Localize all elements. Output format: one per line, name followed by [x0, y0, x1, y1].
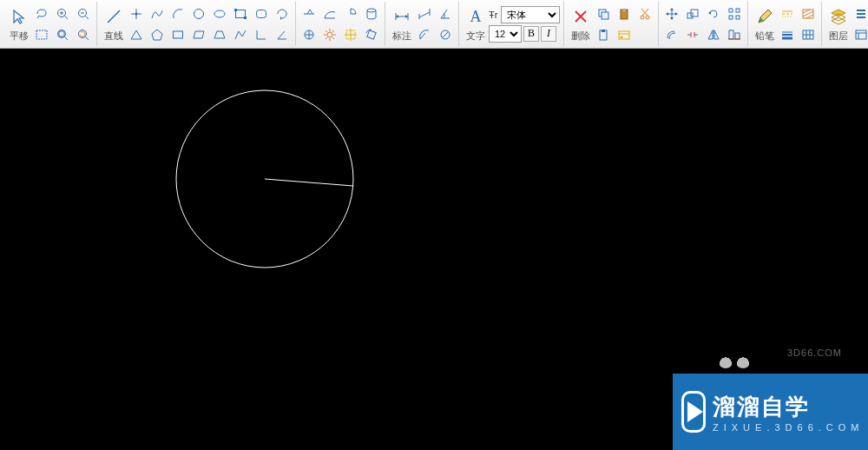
triangle-icon[interactable]: [127, 25, 146, 44]
pencil-icon[interactable]: [753, 5, 776, 28]
svg-rect-92: [729, 9, 733, 12]
angle-line-icon[interactable]: [273, 25, 292, 44]
svg-rect-93: [736, 9, 740, 12]
refresh-zoom-icon[interactable]: [74, 25, 93, 44]
mirror-icon[interactable]: [704, 25, 723, 44]
line-tool-icon[interactable]: [102, 5, 125, 28]
svg-rect-22: [257, 10, 266, 17]
props-icon[interactable]: [615, 25, 634, 44]
trapezoid-icon[interactable]: [210, 25, 229, 44]
paste-icon[interactable]: [615, 4, 634, 23]
zoom-in-icon[interactable]: [53, 4, 72, 23]
delete-icon[interactable]: [569, 5, 592, 28]
play-icon: [681, 391, 706, 433]
brand-badge: 溜溜自学 ZIXUE.3D66.COM: [673, 374, 868, 450]
svg-line-110: [803, 10, 810, 13]
parallelogram-icon[interactable]: [189, 25, 208, 44]
italic-button[interactable]: I: [541, 26, 556, 42]
rect-sel-icon[interactable]: [231, 4, 250, 23]
group-transform: [659, 2, 748, 46]
pointer-icon[interactable]: [8, 5, 30, 28]
svg-point-74: [641, 16, 644, 19]
layer-list-icon[interactable]: [852, 4, 868, 23]
svg-rect-103: [729, 30, 733, 39]
svg-rect-95: [736, 16, 740, 19]
svg-marker-100: [708, 30, 713, 39]
rotate-icon[interactable]: [704, 4, 723, 23]
bezier-icon[interactable]: [148, 4, 167, 23]
group-layer: 图层: [822, 2, 868, 46]
copy-icon[interactable]: [594, 4, 613, 23]
perp-icon[interactable]: [299, 4, 319, 23]
svg-marker-101: [714, 30, 719, 39]
scale-icon[interactable]: [683, 4, 702, 23]
font-size-select[interactable]: 12: [489, 25, 522, 43]
svg-point-18: [214, 10, 225, 17]
svg-line-48: [326, 37, 327, 39]
cylinder-icon[interactable]: [362, 4, 381, 23]
zoom-out-icon[interactable]: [74, 4, 93, 23]
svg-marker-24: [131, 30, 141, 39]
offset-icon[interactable]: [662, 25, 681, 44]
dim-align-icon[interactable]: [415, 4, 434, 23]
svg-line-10: [65, 36, 69, 40]
line-style-icon[interactable]: [778, 4, 797, 23]
svg-rect-104: [735, 33, 740, 39]
svg-point-75: [646, 16, 649, 19]
svg-line-76: [642, 9, 648, 16]
rounded-rect-icon[interactable]: [252, 4, 271, 23]
tangent-arc-icon[interactable]: [320, 4, 339, 23]
axis-icon[interactable]: [127, 4, 146, 23]
circle-icon[interactable]: [189, 4, 208, 23]
line-weight-icon[interactable]: [778, 25, 797, 44]
group-edit: 删除: [564, 2, 659, 46]
svg-rect-19: [236, 10, 246, 17]
font-select[interactable]: 宋体: [501, 6, 560, 23]
move-icon[interactable]: [662, 4, 681, 23]
align-icon[interactable]: [725, 25, 744, 44]
group-pencil: 铅笔: [748, 2, 822, 46]
arc-cw-icon[interactable]: [273, 4, 292, 23]
lasso-icon[interactable]: [32, 4, 51, 23]
svg-rect-9: [59, 31, 64, 36]
zoom-window-icon[interactable]: [53, 25, 72, 44]
hatch-icon[interactable]: [799, 4, 818, 23]
rect-select-icon[interactable]: [32, 25, 51, 44]
grid-toggle-icon[interactable]: [799, 25, 818, 44]
crosshair-icon[interactable]: [341, 25, 360, 44]
array-icon[interactable]: [725, 4, 744, 23]
layer-props-icon[interactable]: [852, 25, 868, 44]
svg-line-77: [641, 9, 648, 16]
cut-icon[interactable]: [635, 4, 654, 23]
text-tool-icon[interactable]: A: [464, 5, 487, 28]
divide-circle-icon[interactable]: [299, 25, 319, 44]
svg-line-33: [310, 10, 312, 14]
arc-icon[interactable]: [168, 4, 187, 23]
pentagon-icon[interactable]: [148, 25, 167, 44]
ellipse-icon[interactable]: [210, 4, 229, 23]
text-label: 文字: [466, 30, 485, 43]
watermark-paws: [719, 356, 750, 368]
svg-rect-126: [856, 30, 866, 39]
gear-icon[interactable]: [320, 25, 339, 44]
dim-angle-icon[interactable]: [436, 4, 455, 23]
right-angle-icon[interactable]: [252, 25, 271, 44]
svg-marker-27: [194, 31, 204, 38]
dimension-icon[interactable]: [391, 5, 413, 28]
svg-marker-86: [670, 17, 674, 20]
clipboard-icon[interactable]: [594, 25, 613, 44]
svg-line-47: [332, 37, 334, 39]
svg-line-13: [108, 10, 120, 23]
layer-label: 图层: [829, 30, 848, 43]
sector-icon[interactable]: [341, 4, 360, 23]
rotate-shape-icon[interactable]: [362, 25, 381, 44]
polyline-icon[interactable]: [231, 25, 250, 44]
dim-radius-icon[interactable]: [415, 25, 434, 44]
svg-marker-91: [708, 11, 711, 15]
dim-diameter-icon[interactable]: [436, 25, 455, 44]
layers-icon[interactable]: [827, 5, 850, 28]
break-icon[interactable]: [683, 25, 702, 44]
line-label: 直线: [104, 30, 123, 43]
bold-button[interactable]: B: [523, 26, 539, 42]
rect-icon[interactable]: [168, 25, 187, 44]
